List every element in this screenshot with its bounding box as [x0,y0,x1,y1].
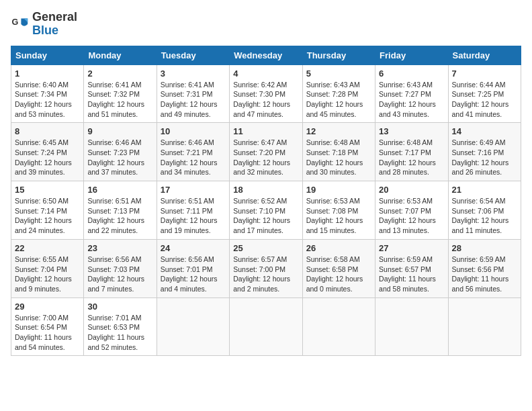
calendar-cell: 8Sunrise: 6:45 AMSunset: 7:24 PMDaylight… [11,123,84,181]
day-info: Sunrise: 6:51 AMSunset: 7:11 PMDaylight:… [161,196,226,236]
calendar-cell: 9Sunrise: 6:46 AMSunset: 7:23 PMDaylight… [84,123,157,181]
day-number: 3 [161,68,226,79]
calendar-cell: 16Sunrise: 6:51 AMSunset: 7:13 PMDayligh… [84,181,157,240]
day-number: 2 [87,68,152,79]
day-number: 28 [452,243,517,253]
calendar-cell: 26Sunrise: 6:58 AMSunset: 6:58 PMDayligh… [302,239,375,298]
day-info: Sunrise: 6:56 AMSunset: 7:03 PMDaylight:… [87,255,152,294]
day-info: Sunrise: 6:55 AMSunset: 7:04 PMDaylight:… [15,255,80,294]
day-number: 15 [15,185,80,195]
calendar-week-row: 22Sunrise: 6:55 AMSunset: 7:04 PMDayligh… [11,239,521,298]
day-number: 27 [379,243,444,253]
calendar-cell: 7Sunrise: 6:44 AMSunset: 7:25 PMDaylight… [448,64,521,123]
day-info: Sunrise: 6:41 AMSunset: 7:31 PMDaylight:… [161,80,226,120]
day-number: 16 [87,185,152,195]
day-info: Sunrise: 6:43 AMSunset: 7:28 PMDaylight:… [306,80,371,120]
day-info: Sunrise: 6:58 AMSunset: 6:58 PMDaylight:… [306,255,371,294]
calendar-cell: 30Sunrise: 7:01 AMSunset: 6:53 PMDayligh… [84,298,157,356]
calendar-cell: 22Sunrise: 6:55 AMSunset: 7:04 PMDayligh… [11,239,84,298]
calendar-week-row: 1Sunrise: 6:40 AMSunset: 7:34 PMDaylight… [11,64,521,123]
day-number: 10 [161,126,226,136]
calendar-cell: 12Sunrise: 6:48 AMSunset: 7:18 PMDayligh… [302,123,375,181]
day-info: Sunrise: 6:40 AMSunset: 7:34 PMDaylight:… [15,80,80,120]
calendar-cell: 6Sunrise: 6:43 AMSunset: 7:27 PMDaylight… [375,64,448,123]
calendar-cell: 17Sunrise: 6:51 AMSunset: 7:11 PMDayligh… [157,181,229,240]
day-info: Sunrise: 6:52 AMSunset: 7:10 PMDaylight:… [233,196,298,236]
calendar-cell: 18Sunrise: 6:52 AMSunset: 7:10 PMDayligh… [230,181,302,240]
day-number: 18 [233,185,298,195]
day-number: 5 [306,68,371,79]
calendar: SundayMondayTuesdayWednesdayThursdayFrid… [11,46,521,357]
calendar-cell: 3Sunrise: 6:41 AMSunset: 7:31 PMDaylight… [157,64,229,123]
calendar-cell: 20Sunrise: 6:53 AMSunset: 7:07 PMDayligh… [375,181,448,240]
calendar-cell: 11Sunrise: 6:47 AMSunset: 7:20 PMDayligh… [230,123,302,181]
day-info: Sunrise: 6:48 AMSunset: 7:17 PMDaylight:… [379,138,444,177]
calendar-cell [302,298,375,356]
day-info: Sunrise: 6:50 AMSunset: 7:14 PMDaylight:… [15,196,80,236]
calendar-week-row: 29Sunrise: 7:00 AMSunset: 6:54 PMDayligh… [11,298,521,356]
calendar-cell: 23Sunrise: 6:56 AMSunset: 7:03 PMDayligh… [84,239,157,298]
day-number: 17 [161,185,226,195]
calendar-cell [375,298,448,356]
weekday-header: Sunday [11,46,84,64]
calendar-cell: 13Sunrise: 6:48 AMSunset: 7:17 PMDayligh… [375,123,448,181]
day-info: Sunrise: 7:01 AMSunset: 6:53 PMDaylight:… [87,313,152,353]
day-number: 26 [306,243,371,253]
calendar-week-row: 15Sunrise: 6:50 AMSunset: 7:14 PMDayligh… [11,181,521,240]
calendar-cell: 2Sunrise: 6:41 AMSunset: 7:32 PMDaylight… [84,64,157,123]
logo-text: GeneralBlue [32,11,77,38]
day-info: Sunrise: 6:47 AMSunset: 7:20 PMDaylight:… [233,138,298,177]
svg-text:G: G [11,17,18,27]
weekday-header: Thursday [302,46,375,64]
calendar-cell: 5Sunrise: 6:43 AMSunset: 7:28 PMDaylight… [302,64,375,123]
day-info: Sunrise: 6:53 AMSunset: 7:08 PMDaylight:… [306,196,371,236]
day-number: 23 [87,243,152,253]
page-header: G GeneralBlue [11,11,521,38]
weekday-header: Saturday [448,46,521,64]
day-info: Sunrise: 7:00 AMSunset: 6:54 PMDaylight:… [15,313,80,353]
day-number: 13 [379,126,444,136]
day-number: 1 [15,68,80,79]
day-info: Sunrise: 6:42 AMSunset: 7:30 PMDaylight:… [233,80,298,120]
day-number: 30 [87,302,152,312]
calendar-cell: 15Sunrise: 6:50 AMSunset: 7:14 PMDayligh… [11,181,84,240]
day-number: 25 [233,243,298,253]
weekday-header: Tuesday [157,46,229,64]
day-number: 29 [15,302,80,312]
weekday-header: Monday [84,46,157,64]
calendar-cell: 24Sunrise: 6:56 AMSunset: 7:01 PMDayligh… [157,239,229,298]
day-info: Sunrise: 6:49 AMSunset: 7:16 PMDaylight:… [452,138,517,177]
day-info: Sunrise: 6:41 AMSunset: 7:32 PMDaylight:… [87,80,152,120]
calendar-cell: 4Sunrise: 6:42 AMSunset: 7:30 PMDaylight… [230,64,302,123]
day-info: Sunrise: 6:44 AMSunset: 7:25 PMDaylight:… [452,80,517,120]
calendar-cell: 25Sunrise: 6:57 AMSunset: 7:00 PMDayligh… [230,239,302,298]
logo-icon: G [11,15,30,34]
day-info: Sunrise: 6:48 AMSunset: 7:18 PMDaylight:… [306,138,371,177]
logo: G GeneralBlue [11,11,77,38]
day-info: Sunrise: 6:57 AMSunset: 7:00 PMDaylight:… [233,255,298,294]
weekday-header: Friday [375,46,448,64]
day-info: Sunrise: 6:53 AMSunset: 7:07 PMDaylight:… [379,196,444,236]
day-number: 8 [15,126,80,136]
calendar-cell [157,298,229,356]
weekday-header: Wednesday [230,46,302,64]
weekday-header-row: SundayMondayTuesdayWednesdayThursdayFrid… [11,46,521,64]
calendar-cell: 19Sunrise: 6:53 AMSunset: 7:08 PMDayligh… [302,181,375,240]
day-number: 20 [379,185,444,195]
day-info: Sunrise: 6:54 AMSunset: 7:06 PMDaylight:… [452,196,517,236]
calendar-cell [448,298,521,356]
day-number: 14 [452,126,517,136]
day-number: 7 [452,68,517,79]
day-info: Sunrise: 6:59 AMSunset: 6:57 PMDaylight:… [379,255,444,294]
day-info: Sunrise: 6:46 AMSunset: 7:21 PMDaylight:… [161,138,226,177]
day-info: Sunrise: 6:46 AMSunset: 7:23 PMDaylight:… [87,138,152,177]
day-number: 6 [379,68,444,79]
calendar-week-row: 8Sunrise: 6:45 AMSunset: 7:24 PMDaylight… [11,123,521,181]
day-number: 19 [306,185,371,195]
calendar-cell: 14Sunrise: 6:49 AMSunset: 7:16 PMDayligh… [448,123,521,181]
day-number: 4 [233,68,298,79]
day-number: 9 [87,126,152,136]
day-info: Sunrise: 6:45 AMSunset: 7:24 PMDaylight:… [15,138,80,177]
day-number: 24 [161,243,226,253]
calendar-cell: 10Sunrise: 6:46 AMSunset: 7:21 PMDayligh… [157,123,229,181]
